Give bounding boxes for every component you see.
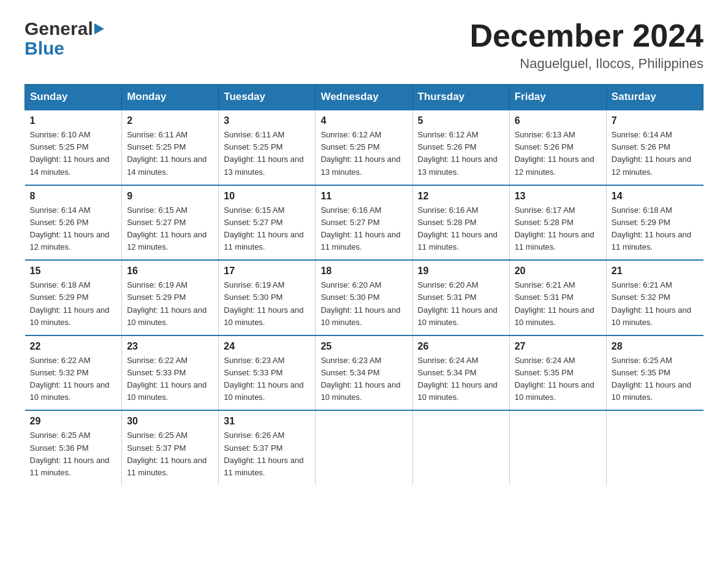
- calendar-cell: 2 Sunrise: 6:11 AMSunset: 5:25 PMDayligh…: [122, 110, 219, 185]
- day-number: 5: [418, 115, 504, 126]
- header-cell-saturday: Saturday: [606, 85, 703, 110]
- day-number: 4: [320, 115, 407, 126]
- calendar-cell: 10 Sunrise: 6:15 AMSunset: 5:27 PMDaylig…: [219, 185, 316, 261]
- calendar-cell: [606, 410, 703, 485]
- day-number: 25: [320, 341, 407, 352]
- day-number: 13: [515, 191, 601, 202]
- header-cell-sunday: Sunday: [25, 85, 122, 110]
- calendar-cell: 1 Sunrise: 6:10 AMSunset: 5:25 PMDayligh…: [25, 110, 122, 185]
- day-number: 23: [127, 341, 213, 352]
- day-info: Sunrise: 6:25 AMSunset: 5:36 PMDaylight:…: [30, 431, 110, 477]
- calendar-cell: 5 Sunrise: 6:12 AMSunset: 5:26 PMDayligh…: [412, 110, 509, 185]
- day-info: Sunrise: 6:11 AMSunset: 5:25 PMDaylight:…: [127, 130, 207, 176]
- day-number: 27: [515, 341, 601, 352]
- day-number: 1: [30, 115, 117, 126]
- calendar-cell: 15 Sunrise: 6:18 AMSunset: 5:29 PMDaylig…: [25, 260, 122, 335]
- day-number: 21: [612, 266, 699, 277]
- day-number: 6: [515, 115, 601, 126]
- day-info: Sunrise: 6:24 AMSunset: 5:34 PMDaylight:…: [418, 356, 498, 402]
- calendar-cell: 24 Sunrise: 6:23 AMSunset: 5:33 PMDaylig…: [219, 335, 316, 411]
- calendar-cell: [316, 410, 412, 485]
- calendar-cell: [509, 410, 606, 485]
- day-info: Sunrise: 6:18 AMSunset: 5:29 PMDaylight:…: [612, 205, 691, 251]
- logo-blue-text: Blue: [25, 38, 64, 59]
- day-info: Sunrise: 6:17 AMSunset: 5:28 PMDaylight:…: [515, 205, 594, 251]
- day-info: Sunrise: 6:19 AMSunset: 5:29 PMDaylight:…: [127, 280, 207, 326]
- day-number: 24: [224, 341, 310, 352]
- day-number: 3: [224, 115, 310, 126]
- day-number: 17: [224, 266, 310, 277]
- calendar-table: SundayMondayTuesdayWednesdayThursdayFrid…: [25, 84, 703, 485]
- day-number: 29: [30, 416, 117, 427]
- day-number: 22: [30, 341, 117, 352]
- calendar-week-row: 15 Sunrise: 6:18 AMSunset: 5:29 PMDaylig…: [25, 260, 703, 335]
- calendar-cell: 14 Sunrise: 6:18 AMSunset: 5:29 PMDaylig…: [606, 185, 703, 261]
- calendar-cell: 21 Sunrise: 6:21 AMSunset: 5:32 PMDaylig…: [606, 260, 703, 335]
- page-header: General Blue December 2024 Naguelguel, I…: [25, 18, 703, 72]
- location-subtitle: Naguelguel, Ilocos, Philippines: [469, 56, 703, 72]
- calendar-cell: 30 Sunrise: 6:25 AMSunset: 5:37 PMDaylig…: [122, 410, 219, 485]
- calendar-cell: 4 Sunrise: 6:12 AMSunset: 5:25 PMDayligh…: [316, 110, 412, 185]
- calendar-cell: 13 Sunrise: 6:17 AMSunset: 5:28 PMDaylig…: [509, 185, 606, 261]
- day-info: Sunrise: 6:22 AMSunset: 5:33 PMDaylight:…: [127, 356, 207, 402]
- header-cell-thursday: Thursday: [412, 85, 509, 110]
- logo: General Blue: [25, 18, 104, 59]
- day-number: 28: [612, 341, 699, 352]
- day-number: 10: [224, 191, 310, 202]
- calendar-header: SundayMondayTuesdayWednesdayThursdayFrid…: [25, 85, 703, 110]
- day-info: Sunrise: 6:25 AMSunset: 5:35 PMDaylight:…: [612, 356, 691, 402]
- day-info: Sunrise: 6:22 AMSunset: 5:32 PMDaylight:…: [30, 356, 110, 402]
- calendar-cell: 12 Sunrise: 6:16 AMSunset: 5:28 PMDaylig…: [412, 185, 509, 261]
- calendar-cell: 31 Sunrise: 6:26 AMSunset: 5:37 PMDaylig…: [219, 410, 316, 485]
- day-info: Sunrise: 6:21 AMSunset: 5:31 PMDaylight:…: [515, 280, 594, 326]
- calendar-cell: 19 Sunrise: 6:20 AMSunset: 5:31 PMDaylig…: [412, 260, 509, 335]
- day-number: 8: [30, 191, 117, 202]
- day-info: Sunrise: 6:20 AMSunset: 5:31 PMDaylight:…: [418, 280, 498, 326]
- day-info: Sunrise: 6:23 AMSunset: 5:33 PMDaylight:…: [224, 356, 303, 402]
- day-number: 30: [127, 416, 213, 427]
- calendar-cell: 26 Sunrise: 6:24 AMSunset: 5:34 PMDaylig…: [412, 335, 509, 411]
- title-section: December 2024 Naguelguel, Ilocos, Philip…: [469, 18, 703, 72]
- calendar-cell: 23 Sunrise: 6:22 AMSunset: 5:33 PMDaylig…: [122, 335, 219, 411]
- day-number: 12: [418, 191, 504, 202]
- calendar-cell: [412, 410, 509, 485]
- calendar-cell: 7 Sunrise: 6:14 AMSunset: 5:26 PMDayligh…: [606, 110, 703, 185]
- day-info: Sunrise: 6:19 AMSunset: 5:30 PMDaylight:…: [224, 280, 303, 326]
- calendar-cell: 25 Sunrise: 6:23 AMSunset: 5:34 PMDaylig…: [316, 335, 412, 411]
- calendar-week-row: 1 Sunrise: 6:10 AMSunset: 5:25 PMDayligh…: [25, 110, 703, 185]
- day-number: 9: [127, 191, 213, 202]
- day-info: Sunrise: 6:16 AMSunset: 5:27 PMDaylight:…: [320, 205, 400, 251]
- calendar-week-row: 22 Sunrise: 6:22 AMSunset: 5:32 PMDaylig…: [25, 335, 703, 411]
- header-cell-monday: Monday: [122, 85, 219, 110]
- calendar-cell: 9 Sunrise: 6:15 AMSunset: 5:27 PMDayligh…: [122, 185, 219, 261]
- day-info: Sunrise: 6:14 AMSunset: 5:26 PMDaylight:…: [612, 130, 691, 176]
- day-info: Sunrise: 6:13 AMSunset: 5:26 PMDaylight:…: [515, 130, 594, 176]
- day-number: 15: [30, 266, 117, 277]
- calendar-cell: 27 Sunrise: 6:24 AMSunset: 5:35 PMDaylig…: [509, 335, 606, 411]
- day-number: 11: [320, 191, 407, 202]
- day-info: Sunrise: 6:18 AMSunset: 5:29 PMDaylight:…: [30, 280, 110, 326]
- day-info: Sunrise: 6:16 AMSunset: 5:28 PMDaylight:…: [418, 205, 498, 251]
- day-info: Sunrise: 6:12 AMSunset: 5:25 PMDaylight:…: [320, 130, 400, 176]
- calendar-cell: 29 Sunrise: 6:25 AMSunset: 5:36 PMDaylig…: [25, 410, 122, 485]
- calendar-cell: 3 Sunrise: 6:11 AMSunset: 5:25 PMDayligh…: [219, 110, 316, 185]
- calendar-body: 1 Sunrise: 6:10 AMSunset: 5:25 PMDayligh…: [25, 110, 703, 485]
- day-info: Sunrise: 6:10 AMSunset: 5:25 PMDaylight:…: [30, 130, 110, 176]
- day-info: Sunrise: 6:21 AMSunset: 5:32 PMDaylight:…: [612, 280, 691, 326]
- header-cell-friday: Friday: [509, 85, 606, 110]
- day-number: 31: [224, 416, 310, 427]
- day-info: Sunrise: 6:12 AMSunset: 5:26 PMDaylight:…: [418, 130, 498, 176]
- day-info: Sunrise: 6:14 AMSunset: 5:26 PMDaylight:…: [30, 205, 110, 251]
- calendar-cell: 28 Sunrise: 6:25 AMSunset: 5:35 PMDaylig…: [606, 335, 703, 411]
- calendar-week-row: 29 Sunrise: 6:25 AMSunset: 5:36 PMDaylig…: [25, 410, 703, 485]
- day-number: 14: [612, 191, 699, 202]
- day-number: 26: [418, 341, 504, 352]
- header-cell-tuesday: Tuesday: [219, 85, 316, 110]
- day-number: 7: [612, 115, 699, 126]
- logo-general-text: General: [25, 18, 93, 39]
- header-cell-wednesday: Wednesday: [316, 85, 412, 110]
- calendar-cell: 11 Sunrise: 6:16 AMSunset: 5:27 PMDaylig…: [316, 185, 412, 261]
- day-number: 18: [320, 266, 407, 277]
- day-number: 19: [418, 266, 504, 277]
- calendar-week-row: 8 Sunrise: 6:14 AMSunset: 5:26 PMDayligh…: [25, 185, 703, 261]
